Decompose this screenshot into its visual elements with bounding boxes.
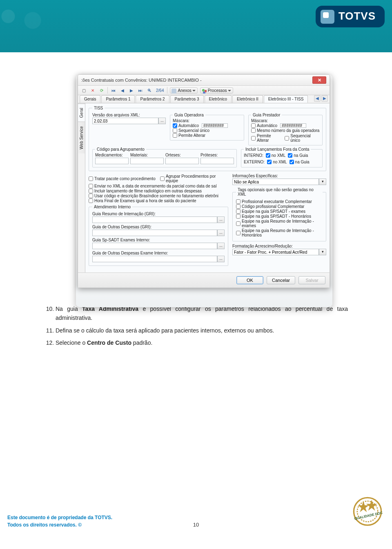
anexos-dropdown[interactable]: Anexos	[170, 87, 197, 94]
nav-next-icon[interactable]: ▶	[128, 87, 135, 94]
totvs-cube-icon	[321, 10, 334, 24]
nav-last-icon[interactable]: ⏭	[137, 87, 144, 94]
tab-scroll-left-icon[interactable]: ◀	[314, 95, 321, 102]
spsadt-input[interactable]	[92, 243, 217, 249]
tab-gerais[interactable]: Gerais	[80, 95, 100, 103]
gri-input[interactable]	[92, 216, 217, 223]
tab-scroll-right-icon[interactable]: ▶	[321, 95, 328, 102]
guia-operadora-group: Guia Operadora Máscara: Automático Seque…	[170, 113, 244, 141]
nav-prev-icon[interactable]: ◀	[119, 87, 126, 94]
formatacao-select[interactable]	[232, 249, 319, 255]
tags-legend: Tags opcionais que não serão geradas no …	[236, 187, 323, 196]
gri-lookup-button[interactable]: ...	[217, 216, 225, 223]
prestador-auto-check[interactable]	[251, 123, 256, 128]
agrup-ort-input[interactable]	[165, 158, 199, 164]
agrup-mat-input[interactable]	[130, 158, 164, 164]
tag6-check[interactable]	[236, 231, 241, 235]
window-close-button[interactable]: ✕	[312, 76, 326, 84]
tag2-check[interactable]	[236, 204, 241, 209]
prestador-permite-check[interactable]	[251, 136, 256, 141]
operadora-mask-input[interactable]	[202, 123, 228, 128]
outras-gri-lookup-button[interactable]: ...	[217, 230, 225, 236]
footer-line2: Todos os direitos reservados. ©	[7, 521, 112, 529]
list-item-12: Selecione o Centro de Custo padrão.	[56, 338, 348, 347]
outras-gri-input[interactable]	[92, 230, 217, 236]
agrup-prot-input[interactable]	[200, 158, 234, 164]
guia-prestador-legend: Guia Prestador	[251, 113, 282, 117]
outras-ex-input[interactable]	[92, 256, 217, 262]
window-titlebar: :ões Contratuais com Convênios: UNIMED I…	[78, 75, 330, 86]
externo-xml-check[interactable]	[267, 160, 272, 164]
tab-eletronico2[interactable]: Eletrônico II	[232, 95, 263, 103]
agrup-legend: Código para Agrupamento	[95, 147, 146, 152]
tag5-check[interactable]	[236, 221, 241, 226]
page-footer: Este documento é de propriedade da TOTVS…	[0, 494, 392, 538]
refresh-icon[interactable]: ⟳	[98, 87, 105, 94]
interno-guia-check[interactable]	[288, 153, 292, 158]
spsadt-label: Guia Sp-SADT Exames Interno:	[92, 238, 225, 242]
tab-parametros3[interactable]: Parâmetros 3	[170, 95, 204, 103]
prestador-mesmo-check[interactable]	[251, 128, 256, 133]
versao-lookup-button[interactable]: ...	[158, 118, 166, 124]
agrupar-check[interactable]	[160, 176, 165, 181]
brasidice-check[interactable]	[89, 194, 93, 198]
formatacao-dropdown-icon[interactable]: ▾	[319, 249, 326, 255]
lancamentos-fora-group: Incluir Lançamentos Fora da Conta INTERN…	[241, 147, 323, 167]
hora-check[interactable]	[89, 199, 93, 203]
side-tabs: Geral Web Service	[78, 103, 85, 272]
operadora-seq-check[interactable]	[173, 128, 177, 133]
ok-button[interactable]: OK	[236, 276, 263, 284]
list-item-11: Defina se o cálculo da taxa será aplicad…	[56, 326, 348, 335]
cancelar-button[interactable]: Cancelar	[267, 276, 295, 284]
atendimento-interno-group: Atendimento Interno Guia Resumo de Inter…	[89, 205, 228, 266]
tag1-check[interactable]	[236, 199, 241, 204]
info-dropdown-icon[interactable]: ▾	[319, 179, 326, 185]
delete-icon[interactable]: ✕	[89, 87, 96, 94]
processos-label: Processos	[208, 88, 227, 93]
tratar-check[interactable]	[89, 176, 93, 181]
interno-xml-check[interactable]	[266, 153, 270, 158]
externo-guia-check[interactable]	[290, 160, 294, 164]
enviar-check[interactable]	[89, 184, 93, 188]
tab-eletronico[interactable]: Eletrônico	[205, 95, 232, 103]
tag4-check[interactable]	[236, 214, 241, 219]
processes-icon	[202, 89, 207, 94]
prestador-seq-check[interactable]	[285, 136, 289, 141]
new-icon[interactable]: ▢	[80, 87, 87, 94]
tags-opcionais-group: Tags opcionais que não serão geradas no …	[232, 187, 326, 241]
spsadt-lookup-button[interactable]: ...	[217, 243, 225, 249]
info-select[interactable]	[232, 179, 319, 185]
prestador-mask-input[interactable]	[280, 123, 306, 128]
agrup-med-input[interactable]	[95, 158, 129, 164]
tag3-check[interactable]	[236, 209, 241, 214]
search-icon[interactable]: 🔍︎	[146, 87, 153, 94]
tab-parametros1[interactable]: Parâmetros 1	[101, 95, 135, 103]
agrup-ort-label: Orteses:	[165, 153, 199, 157]
versao-xml-label: Versão dos arquivos XML:	[92, 113, 166, 117]
prestador-mascara-label: Máscara:	[251, 118, 276, 123]
formatacao-label: Formatação Acrescimo/Redução:	[232, 244, 326, 248]
operadora-permite-check[interactable]	[173, 133, 177, 138]
side-tab-geral[interactable]: Geral	[78, 103, 85, 122]
chevron-down-icon	[192, 90, 196, 93]
tab-eletronico3-tiss[interactable]: Eletrônico III - TISS	[264, 95, 308, 103]
agrup-med-label: Medicamentos:	[95, 153, 129, 157]
tab-parametros2[interactable]: Parâmetros 2	[136, 95, 169, 103]
processos-dropdown[interactable]: Processos	[200, 87, 233, 94]
nav-first-icon[interactable]: ⏮	[110, 87, 117, 94]
attachment-icon	[172, 89, 176, 94]
outras-gri-label: Guia de Outras Despesas (GRI):	[92, 225, 225, 229]
info-label: Informações Específicas:	[232, 174, 326, 178]
side-tab-webservice[interactable]: Web Service	[78, 122, 85, 154]
agrup-prot-label: Próteses:	[200, 153, 234, 157]
guia-operadora-legend: Guia Operadora	[173, 113, 205, 117]
chevron-down-icon	[228, 90, 231, 93]
tiss-group: TISS Versão dos arquivos XML: ... Guia O…	[89, 106, 326, 171]
dialog-window: :ões Contratuais com Convênios: UNIMED I…	[78, 74, 330, 288]
versao-xml-input[interactable]	[92, 118, 158, 124]
operadora-auto-check[interactable]	[173, 123, 177, 128]
outras-ex-label: Guia de Outras Despesas Exame Interno:	[92, 251, 225, 255]
anexos-label: Anexos	[178, 88, 191, 93]
filme-check[interactable]	[89, 189, 93, 193]
outras-ex-lookup-button[interactable]: ...	[217, 256, 225, 262]
